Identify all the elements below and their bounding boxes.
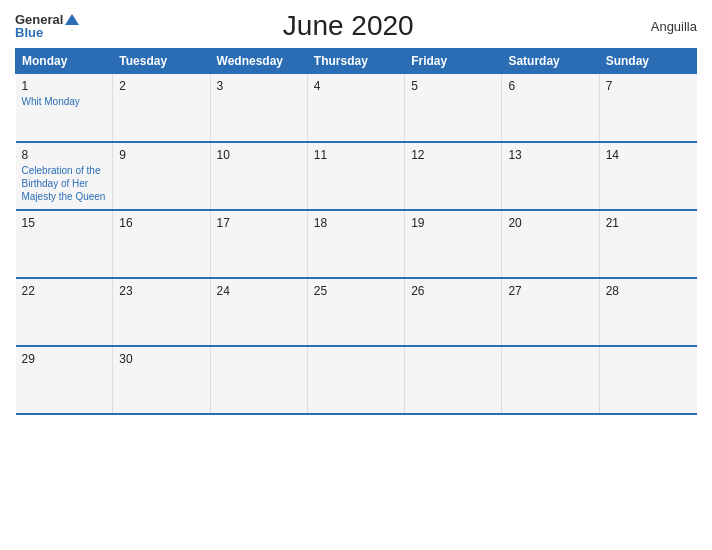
calendar-day-cell: 26 [405,278,502,346]
calendar-day-cell: 8Celebration of the Birthday of Her Maje… [16,142,113,210]
header-tuesday: Tuesday [113,49,210,74]
day-number: 30 [119,352,203,366]
country-label: Anguilla [617,19,697,34]
logo-blue-text: Blue [15,26,43,39]
calendar-day-cell: 29 [16,346,113,414]
day-number: 6 [508,79,592,93]
calendar-day-cell: 16 [113,210,210,278]
calendar-day-cell: 20 [502,210,599,278]
day-number: 18 [314,216,398,230]
day-number: 8 [22,148,107,162]
day-number: 3 [217,79,301,93]
day-number: 22 [22,284,107,298]
calendar-day-cell: 18 [307,210,404,278]
day-number: 12 [411,148,495,162]
day-number: 11 [314,148,398,162]
calendar-table: Monday Tuesday Wednesday Thursday Friday… [15,48,697,415]
day-number: 2 [119,79,203,93]
calendar-day-cell: 3 [210,74,307,142]
calendar-day-cell: 11 [307,142,404,210]
calendar-day-cell: 25 [307,278,404,346]
calendar-day-cell: 23 [113,278,210,346]
calendar-day-cell: 9 [113,142,210,210]
day-number: 27 [508,284,592,298]
day-number: 21 [606,216,691,230]
header: General Blue June 2020 Anguilla [15,10,697,42]
calendar-day-cell: 2 [113,74,210,142]
calendar-day-cell: 14 [599,142,696,210]
calendar-day-cell: 13 [502,142,599,210]
day-number: 13 [508,148,592,162]
calendar-week-row: 22232425262728 [16,278,697,346]
calendar-day-cell: 4 [307,74,404,142]
header-thursday: Thursday [307,49,404,74]
calendar-day-cell: 15 [16,210,113,278]
day-number: 15 [22,216,107,230]
day-number: 29 [22,352,107,366]
day-number: 26 [411,284,495,298]
day-number: 4 [314,79,398,93]
calendar-day-cell: 30 [113,346,210,414]
holiday-label: Whit Monday [22,95,107,108]
calendar-week-row: 2930 [16,346,697,414]
logo: General Blue [15,13,79,39]
header-saturday: Saturday [502,49,599,74]
header-sunday: Sunday [599,49,696,74]
calendar-day-cell: 5 [405,74,502,142]
calendar-day-cell: 17 [210,210,307,278]
calendar-week-row: 1Whit Monday234567 [16,74,697,142]
day-number: 24 [217,284,301,298]
day-number: 5 [411,79,495,93]
weekday-header-row: Monday Tuesday Wednesday Thursday Friday… [16,49,697,74]
day-number: 16 [119,216,203,230]
day-number: 20 [508,216,592,230]
calendar-week-row: 8Celebration of the Birthday of Her Maje… [16,142,697,210]
calendar-day-cell [599,346,696,414]
day-number: 9 [119,148,203,162]
day-number: 19 [411,216,495,230]
day-number: 14 [606,148,691,162]
calendar-day-cell [405,346,502,414]
day-number: 25 [314,284,398,298]
day-number: 23 [119,284,203,298]
calendar-day-cell: 7 [599,74,696,142]
calendar-page: General Blue June 2020 Anguilla Monday T… [0,0,712,550]
header-friday: Friday [405,49,502,74]
calendar-day-cell: 19 [405,210,502,278]
calendar-day-cell: 24 [210,278,307,346]
calendar-day-cell: 6 [502,74,599,142]
calendar-day-cell: 28 [599,278,696,346]
day-number: 7 [606,79,691,93]
logo-triangle-icon [65,14,79,25]
calendar-day-cell: 21 [599,210,696,278]
calendar-day-cell [307,346,404,414]
day-number: 17 [217,216,301,230]
month-title: June 2020 [79,10,617,42]
header-wednesday: Wednesday [210,49,307,74]
holiday-label: Celebration of the Birthday of Her Majes… [22,164,107,203]
day-number: 28 [606,284,691,298]
calendar-week-row: 15161718192021 [16,210,697,278]
calendar-day-cell [210,346,307,414]
calendar-day-cell: 27 [502,278,599,346]
calendar-day-cell: 12 [405,142,502,210]
day-number: 10 [217,148,301,162]
header-monday: Monday [16,49,113,74]
calendar-day-cell [502,346,599,414]
day-number: 1 [22,79,107,93]
calendar-day-cell: 1Whit Monday [16,74,113,142]
calendar-day-cell: 22 [16,278,113,346]
calendar-day-cell: 10 [210,142,307,210]
